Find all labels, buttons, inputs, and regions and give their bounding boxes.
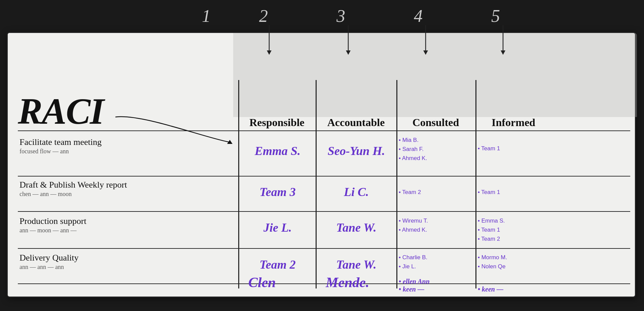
col-line-4 [475,80,476,288]
row-line-4 [18,283,630,284]
sig-consulted: • ellen Ann• keen — [399,278,430,293]
accountable-row4: Tane W. [317,258,395,272]
sig-responsible: Clen [248,274,276,290]
row-line-2 [18,211,630,212]
col-num-5: 5 [491,6,500,26]
task-row3: Production support ann — moon — ann — [20,216,235,234]
raci-title: RACI [18,90,104,133]
header-consulted: Consulted [397,116,474,129]
accountable-row3: Tane W. [317,221,395,235]
task-row2: Draft & Publish Weekly report chen — ann… [20,180,235,198]
header-informed: Informed [476,116,550,129]
col-line-1 [238,80,239,288]
consulted-row4: • Charlie B.• Jie L. [399,253,427,271]
task-row1: Facilitate team meeting focused flow — a… [20,137,235,155]
responsible-row1: Emma S. [241,144,315,158]
col-num-1: 1 [202,6,211,26]
col-num-3: 3 [336,6,345,26]
col-num-4: 4 [414,6,423,26]
row-line-1 [18,176,630,177]
sig-informed: • keen — [478,285,503,293]
col-line-3 [396,80,397,288]
consulted-row2: • Team 2 [399,188,421,197]
accountable-row2: Li C. [317,185,395,199]
gray-shade [233,33,637,117]
informed-row2: • Team 1 [478,188,500,197]
header-responsible: Responsible [240,116,314,129]
responsible-row3: Jie L. [241,221,315,235]
responsible-row4: Team 2 [241,258,315,272]
responsible-row2: Team 3 [241,185,315,199]
task-row4: Delivery Quality ann — ann — ann [20,253,235,271]
consulted-row1: • Mia B.• Sarah F.• Ahmed K. [399,135,427,163]
consulted-row3: • Wiremu T.• Ahmed K. [399,216,428,234]
row-line-3 [18,248,630,249]
informed-row4: • Mormo M.• Nolen Qe [478,253,507,271]
col-num-2: 2 [259,6,268,26]
informed-row3: • Emma S.• Team 1• Team 2 [478,216,505,244]
header-accountable: Accountable [317,116,395,129]
accountable-row1: Seo-Yun H. [317,144,395,158]
whiteboard: RACI Responsible Accountable Consulted I… [7,32,636,298]
informed-row1: • Team 1 [478,144,500,153]
col-line-2 [316,80,317,288]
sig-accountable: Mende. [326,274,369,290]
